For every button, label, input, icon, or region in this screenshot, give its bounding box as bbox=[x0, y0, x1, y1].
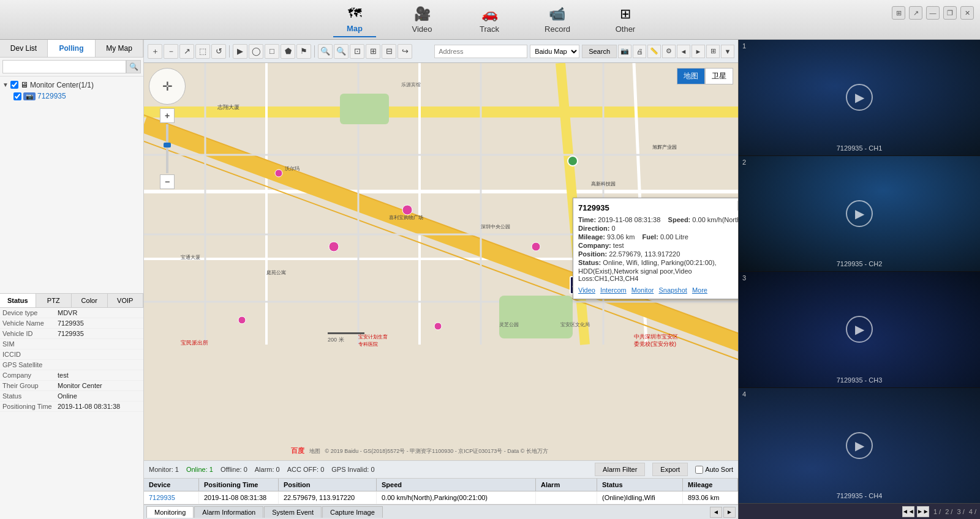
tool-flag-btn[interactable]: ⚑ bbox=[296, 44, 311, 59]
btm-tab-alarm[interactable]: Alarm Information bbox=[194, 506, 263, 518]
export-button[interactable]: Export bbox=[652, 463, 688, 476]
tool-arrow-btn[interactable]: ↗ bbox=[179, 44, 194, 59]
status-tab-color[interactable]: Color bbox=[72, 294, 108, 307]
map-compass[interactable]: ✛ bbox=[149, 68, 186, 105]
map-container[interactable]: 志翔大厦 乐源宾馆 沃尔玛 宝通大厦 喜利宝购物广场 庭苑公寓 深圳中央公园 高… bbox=[144, 63, 738, 460]
popup-snapshot-link[interactable]: Snapshot bbox=[658, 286, 687, 294]
tab-polling[interactable]: Polling bbox=[48, 40, 96, 57]
video-cell-2[interactable]: 2 ▶ 7129935 - CH2 bbox=[739, 156, 980, 272]
video-label-3: 7129935 - CH3 bbox=[837, 376, 883, 384]
btm-tab-monitoring[interactable]: Monitoring bbox=[146, 506, 194, 518]
status-tab-ptz[interactable]: PTZ bbox=[36, 294, 72, 307]
video-cell-1[interactable]: 1 ▶ 7129935 - CH1 bbox=[739, 40, 980, 155]
win-close-btn[interactable]: ✕ bbox=[960, 6, 974, 20]
video-play-2[interactable]: ▶ bbox=[846, 200, 873, 227]
tool-remove-btn[interactable]: － bbox=[164, 44, 178, 59]
btm-nav-left[interactable]: ◄ bbox=[710, 507, 722, 518]
address-input[interactable] bbox=[434, 45, 527, 58]
auto-sort-checkbox[interactable] bbox=[695, 466, 703, 474]
tool-zoom-in-btn[interactable]: 🔍 bbox=[318, 44, 333, 59]
video-play-4[interactable]: ▶ bbox=[846, 432, 873, 459]
svg-text:高新科技园: 高新科技园 bbox=[591, 181, 616, 187]
nav-item-video[interactable]: 🎥 Video bbox=[401, 3, 443, 37]
map-icon: 🗺 bbox=[348, 6, 361, 21]
col-mileage: Mileage bbox=[683, 479, 738, 491]
video-cell-4[interactable]: 4 ▶ 7129935 - CH4 bbox=[739, 388, 980, 504]
map-type-select[interactable]: Baidu Map bbox=[530, 45, 579, 58]
tool-rect-btn[interactable]: □ bbox=[265, 44, 279, 59]
nav-item-record[interactable]: 📹 Record bbox=[535, 3, 579, 37]
monitor-center-row[interactable]: ▼ 🖥 Monitor Center(1/1) bbox=[2, 79, 141, 91]
svg-point-24 bbox=[434, 323, 442, 330]
search-button[interactable]: Search bbox=[582, 45, 617, 58]
tool-add-btn[interactable]: ＋ bbox=[148, 44, 162, 59]
popup-close-btn[interactable]: ✕ bbox=[737, 201, 738, 211]
popup-monitor-link[interactable]: Monitor bbox=[631, 286, 654, 294]
tool-export-btn[interactable]: ↪ bbox=[398, 44, 412, 59]
video-num-4: 4 bbox=[742, 390, 746, 398]
zoom-out-btn[interactable]: − bbox=[160, 174, 175, 189]
monitor-checkbox[interactable] bbox=[10, 81, 18, 89]
popup-intercom-link[interactable]: Intercom bbox=[600, 286, 627, 294]
baidu-copyright: 地图 © 2019 Baidu - GS(2018)5572号 - 甲测资字11… bbox=[309, 447, 548, 455]
layer-satellite-btn[interactable]: 卫星 bbox=[705, 68, 733, 84]
layer-normal-btn[interactable]: 地图 bbox=[677, 68, 705, 84]
btm-nav-right[interactable]: ► bbox=[723, 507, 736, 518]
map-bottom: Monitor: 1 Online: 1 Offline: 0 Alarm: 0… bbox=[144, 460, 738, 519]
alarm-filter-button[interactable]: Alarm Filter bbox=[595, 463, 645, 476]
status-tab-status[interactable]: Status bbox=[0, 294, 36, 307]
screenshot-btn[interactable]: 📷 bbox=[618, 45, 631, 58]
video-play-3[interactable]: ▶ bbox=[846, 316, 873, 343]
popup-video-link[interactable]: Video bbox=[578, 286, 595, 294]
bottom-tabs: Monitoring Alarm Information System Even… bbox=[144, 504, 738, 519]
tool-zoom-out-btn[interactable]: 🔍 bbox=[334, 44, 349, 59]
tab-dev-list[interactable]: Dev List bbox=[0, 40, 48, 57]
vid-nav-next[interactable]: ►► bbox=[917, 506, 929, 517]
zoom-in-btn[interactable]: + bbox=[160, 108, 175, 123]
print-btn[interactable]: 🖨 bbox=[633, 45, 646, 58]
svg-text:深圳中央公园: 深圳中央公园 bbox=[481, 224, 510, 230]
vehicle-row[interactable]: 📷 7129935 bbox=[2, 91, 141, 102]
btm-tab-system[interactable]: System Event bbox=[264, 506, 322, 518]
tool-grid-btn[interactable]: ⊟ bbox=[382, 44, 396, 59]
win-minimize-btn[interactable]: — bbox=[926, 6, 940, 20]
left-search-button[interactable]: 🔍 bbox=[126, 60, 141, 73]
video-play-1[interactable]: ▶ bbox=[846, 84, 873, 111]
nav-item-track[interactable]: 🚗 Track bbox=[468, 3, 511, 37]
status-info-row: Positioning Time2019-11-08 08:31:38 bbox=[0, 401, 143, 412]
previous-btn[interactable]: ◄ bbox=[677, 45, 690, 58]
tool-select-btn[interactable]: ⬚ bbox=[195, 44, 210, 59]
vehicle-checkbox[interactable] bbox=[13, 92, 21, 100]
popup-company: Company: test bbox=[578, 241, 738, 250]
tool-fit-btn[interactable]: ⊡ bbox=[350, 44, 364, 59]
ruler-btn[interactable]: 📏 bbox=[647, 45, 661, 58]
svg-text:志翔大厦: 志翔大厦 bbox=[217, 104, 239, 110]
video-grid: 1 ▶ 7129935 - CH1 2 ▶ 7129935 - CH2 3 ▶ … bbox=[739, 40, 980, 503]
left-search-input[interactable] bbox=[2, 60, 126, 73]
tool-play-btn[interactable]: ▶ bbox=[233, 44, 247, 59]
status-tab-voip[interactable]: VOIP bbox=[108, 294, 144, 307]
tool-poly-btn[interactable]: ⬟ bbox=[281, 44, 295, 59]
nav-item-map[interactable]: 🗺 Map bbox=[333, 2, 376, 37]
tab-my-map[interactable]: My Map bbox=[96, 40, 143, 57]
zoom-slider[interactable] bbox=[166, 124, 168, 173]
tool-circle-btn[interactable]: ◯ bbox=[249, 44, 263, 59]
vid-nav-prev[interactable]: ◄◄ bbox=[902, 506, 914, 517]
video-cell-3[interactable]: 3 ▶ 7129935 - CH3 bbox=[739, 272, 980, 387]
nav-item-other[interactable]: ⊞ Other bbox=[604, 3, 647, 37]
tool-refresh-btn[interactable]: ↺ bbox=[211, 44, 226, 59]
btm-tab-capture[interactable]: Capture Image bbox=[322, 506, 383, 518]
address-bar: Baidu Map Search bbox=[434, 45, 617, 58]
win-maximize-btn[interactable]: ❐ bbox=[943, 6, 957, 20]
cell-device[interactable]: 7129935 bbox=[144, 491, 199, 504]
popup-more-link[interactable]: More bbox=[692, 286, 707, 294]
next-btn[interactable]: ► bbox=[692, 45, 705, 58]
col-speed: Speed bbox=[377, 479, 536, 491]
svg-text:乐源宾馆: 乐源宾馆 bbox=[401, 82, 421, 88]
expand-btn[interactable]: ⊞ bbox=[706, 45, 720, 58]
win-restore-btn[interactable]: ↗ bbox=[909, 6, 922, 20]
more-btn[interactable]: ▼ bbox=[721, 45, 734, 58]
win-grid-btn[interactable]: ⊞ bbox=[892, 6, 905, 20]
settings-btn[interactable]: ⚙ bbox=[662, 45, 676, 58]
tool-layers-btn[interactable]: ⊞ bbox=[366, 44, 380, 59]
